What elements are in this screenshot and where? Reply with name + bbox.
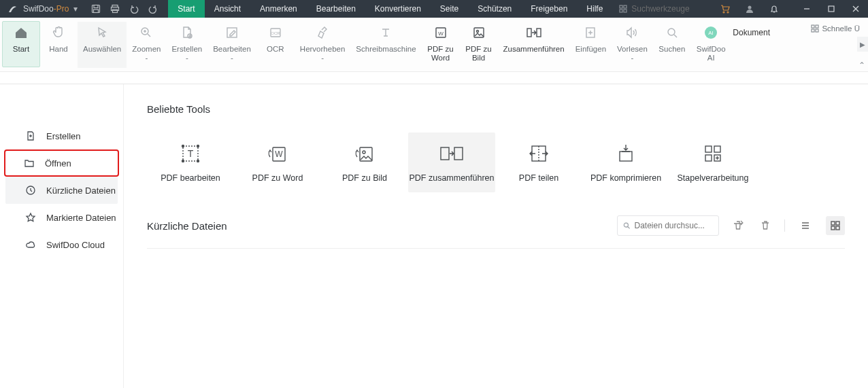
sidebar-item-label: Markierte Dateien bbox=[46, 213, 116, 223]
menu-ansicht[interactable]: Ansicht bbox=[205, 0, 250, 18]
svg-line-18 bbox=[148, 34, 150, 37]
ribbon-read-aloud[interactable]: Vorlesen- bbox=[612, 22, 653, 68]
file-plus-icon bbox=[178, 23, 197, 42]
menu-seite[interactable]: Seite bbox=[431, 0, 468, 18]
search-tools-input[interactable] bbox=[631, 4, 699, 14]
recent-search-input[interactable] bbox=[635, 221, 714, 230]
merge-icon bbox=[524, 23, 544, 42]
svg-text:W: W bbox=[438, 31, 444, 37]
ribbon-zoom[interactable]: Zoomen- bbox=[127, 22, 166, 68]
window-maximize-icon[interactable] bbox=[819, 0, 844, 18]
menu-bearbeiten[interactable]: Bearbeiten bbox=[307, 0, 365, 18]
sidebar-item-create[interactable]: Erstellen bbox=[5, 122, 118, 149]
popular-tools: T PDF bearbeiten W PDF zu Word PDF zu Bi… bbox=[147, 133, 845, 192]
ribbon-typewriter[interactable]: Schreibmaschine bbox=[350, 22, 421, 68]
clear-history-icon[interactable] bbox=[730, 217, 746, 234]
svg-rect-75 bbox=[831, 222, 835, 225]
ribbon: Start Hand Auswählen Zoomen- Erstellen- … bbox=[0, 18, 868, 72]
trash-icon[interactable] bbox=[757, 217, 773, 234]
recent-search[interactable] bbox=[617, 215, 719, 236]
tool-edit-pdf[interactable]: T PDF bearbeiten bbox=[147, 133, 234, 192]
speaker-icon bbox=[622, 23, 641, 42]
ribbon-create[interactable]: Erstellen- bbox=[166, 22, 207, 68]
ribbon-edit[interactable]: Bearbeiten- bbox=[207, 22, 256, 68]
svg-rect-14 bbox=[829, 6, 834, 12]
svg-rect-65 bbox=[714, 146, 720, 152]
sidebar-item-recent[interactable]: Kürzliche Dateien bbox=[5, 177, 118, 204]
ribbon-select[interactable]: Auswählen bbox=[78, 22, 127, 68]
svg-point-11 bbox=[727, 12, 729, 13]
tool-compress-pdf[interactable]: PDF komprimieren bbox=[582, 133, 669, 192]
svg-rect-59 bbox=[441, 147, 449, 160]
bell-icon[interactable] bbox=[762, 0, 786, 18]
window-close-icon[interactable] bbox=[844, 0, 868, 18]
user-icon[interactable] bbox=[737, 0, 762, 18]
ribbon-pdf-to-image[interactable]: PDF zuBild bbox=[460, 22, 498, 68]
save-icon[interactable] bbox=[86, 0, 105, 18]
window-minimize-icon[interactable] bbox=[795, 0, 819, 18]
sidebar-item-marked[interactable]: Markierte Dateien bbox=[5, 204, 118, 231]
sidebar-item-label: Kürzliche Dateien bbox=[46, 186, 116, 196]
undo-icon[interactable] bbox=[124, 0, 144, 18]
sidebar-item-open[interactable]: Öffnen bbox=[4, 149, 119, 177]
svg-rect-29 bbox=[474, 28, 484, 37]
svg-point-53 bbox=[182, 160, 184, 162]
view-grid-icon[interactable] bbox=[826, 216, 845, 235]
sidebar-item-cloud[interactable]: SwifDoo Cloud bbox=[5, 231, 118, 258]
svg-rect-8 bbox=[620, 10, 622, 12]
svg-rect-76 bbox=[836, 222, 839, 225]
ribbon-document[interactable]: A⇄ Dokument bbox=[731, 22, 769, 68]
svg-rect-6 bbox=[620, 5, 622, 8]
recent-files-header: Kürzliche Dateien bbox=[147, 215, 845, 236]
ribbon-start[interactable]: Start bbox=[2, 21, 40, 67]
ribbon-hand[interactable]: Hand bbox=[39, 22, 78, 68]
tool-label: PDF zu Bild bbox=[342, 173, 387, 183]
ocr-icon: OCR bbox=[266, 23, 285, 42]
svg-text:W: W bbox=[275, 149, 283, 159]
tool-pdf-to-word[interactable]: W PDF zu Word bbox=[234, 133, 321, 192]
ribbon-collapse-icon[interactable]: ⌃ bbox=[858, 60, 865, 70]
tool-label: Stapelverarbeitung bbox=[678, 173, 749, 183]
ribbon-pdf-to-word[interactable]: W PDF zuWord bbox=[422, 22, 460, 68]
svg-text:AI: AI bbox=[708, 30, 714, 36]
ribbon-scroll-right-icon[interactable]: ▶ bbox=[857, 37, 868, 52]
menu-schuetzen[interactable]: Schützen bbox=[468, 0, 521, 18]
cart-icon[interactable] bbox=[713, 0, 737, 18]
search-tools[interactable] bbox=[612, 4, 706, 14]
ribbon-ocr[interactable]: OCR OCR bbox=[256, 22, 295, 68]
quick-access[interactable]: Schnelle Ü bbox=[805, 22, 865, 35]
menu-hilfe[interactable]: Hilfe bbox=[577, 0, 612, 18]
svg-rect-66 bbox=[705, 155, 712, 161]
svg-rect-64 bbox=[705, 146, 712, 152]
svg-rect-44 bbox=[812, 29, 814, 32]
ribbon-ai[interactable]: AI SwifDooAI bbox=[691, 22, 731, 68]
folder-icon bbox=[23, 157, 35, 169]
svg-rect-45 bbox=[816, 29, 818, 32]
ribbon-insert[interactable]: Einfügen bbox=[570, 22, 612, 68]
app-dropdown-icon[interactable]: ▾ bbox=[71, 0, 80, 18]
ribbon-search[interactable]: Suchen bbox=[653, 22, 691, 68]
svg-point-12 bbox=[748, 6, 752, 10]
redo-icon[interactable] bbox=[144, 0, 163, 18]
insert-page-icon bbox=[581, 23, 600, 42]
menu-freigeben[interactable]: Freigeben bbox=[521, 0, 577, 18]
print-icon[interactable] bbox=[105, 0, 124, 18]
tool-pdf-to-image[interactable]: PDF zu Bild bbox=[321, 133, 408, 192]
ribbon-highlight[interactable]: Hervorheben- bbox=[295, 22, 350, 68]
menu-konvertieren[interactable]: Konvertieren bbox=[365, 0, 431, 18]
highlighter-icon bbox=[313, 23, 332, 42]
tool-batch[interactable]: Stapelverarbeitung bbox=[669, 133, 756, 192]
ribbon-merge[interactable]: Zusammenführen bbox=[498, 22, 570, 68]
tool-split-pdf[interactable]: PDF teilen bbox=[495, 133, 582, 192]
hand-icon bbox=[49, 23, 68, 42]
svg-point-51 bbox=[182, 145, 184, 147]
divider bbox=[784, 219, 785, 232]
svg-rect-78 bbox=[836, 226, 839, 230]
svg-point-70 bbox=[624, 223, 628, 227]
titlebar-right bbox=[713, 0, 868, 18]
tool-merge-pdf[interactable]: PDF zusammenführen bbox=[408, 133, 495, 192]
svg-rect-77 bbox=[831, 226, 835, 230]
menu-start[interactable]: Start bbox=[168, 0, 204, 18]
view-list-icon[interactable] bbox=[796, 216, 815, 235]
menu-anmerken[interactable]: Anmerken bbox=[250, 0, 307, 18]
